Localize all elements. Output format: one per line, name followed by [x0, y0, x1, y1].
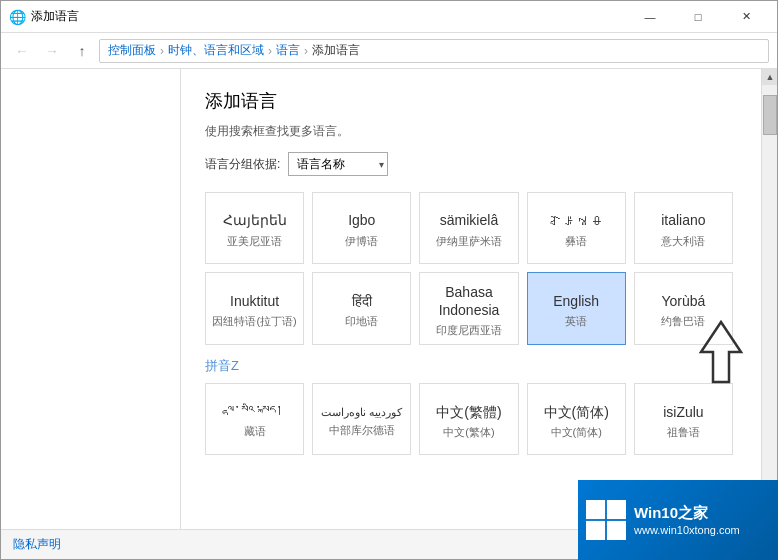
watermark-url: www.win10xtong.com [634, 523, 740, 538]
close-button[interactable]: ✕ [723, 1, 769, 33]
window: 🌐 添加语言 — □ ✕ ← → ↑ 控制面板 › 时钟、语言和区域 › 语言 … [0, 0, 778, 560]
lang-item-indonesian[interactable]: Bahasa Indonesia 印度尼西亚语 [419, 272, 518, 345]
scrollbar: ▲ ▼ [761, 69, 777, 529]
subtitle: 使用搜索框查找更多语言。 [205, 123, 737, 140]
page-title: 添加语言 [205, 89, 737, 113]
scroll-thumb-area [762, 85, 777, 513]
lang-item-chinese-simp[interactable]: 中文(简体) 中文(简体) [527, 383, 626, 455]
scroll-up-button[interactable]: ▲ [762, 69, 777, 85]
scroll-thumb[interactable] [763, 95, 777, 135]
maximize-button[interactable]: □ [675, 1, 721, 33]
svg-rect-4 [607, 521, 626, 540]
svg-rect-2 [607, 500, 626, 519]
lang-item-italian[interactable]: italiano 意大利语 [634, 192, 733, 264]
window-title: 添加语言 [31, 8, 79, 25]
lang-item-hindi[interactable]: हिंदी 印地语 [312, 272, 411, 345]
minimize-button[interactable]: — [627, 1, 673, 33]
svg-rect-3 [586, 521, 605, 540]
filter-label: 语言分组依据: [205, 156, 280, 173]
language-grid-row1: Հայերեն 亚美尼亚语 Igbo 伊博语 sämikielâ 伊纳里萨米语 … [205, 192, 733, 264]
lang-item-armenian[interactable]: Հայերեն 亚美尼亚语 [205, 192, 304, 264]
main-panel: 添加语言 使用搜索框查找更多语言。 语言分组依据: 语言名称 区域 脚本 Հայ… [181, 69, 761, 529]
lang-item-central-kurdish[interactable]: كوردییە ناوەراست 中部库尔德语 [312, 383, 411, 455]
lang-item-inari-sami[interactable]: sämikielâ 伊纳里萨米语 [419, 192, 518, 264]
nav-forward-button[interactable]: → [39, 38, 65, 64]
lang-item-english[interactable]: English 英语 [527, 272, 626, 345]
lang-item-yoruba[interactable]: Yorùbá 约鲁巴语 [634, 272, 733, 345]
lang-item-chinese-trad[interactable]: 中文(繁體) 中文(繁体) [419, 383, 518, 455]
nav-up-button[interactable]: ↑ [69, 38, 95, 64]
lang-item-igbo[interactable]: Igbo 伊博语 [312, 192, 411, 264]
lang-item-yi[interactable]: ꆈꌠꁱꂷ 彝语 [527, 192, 626, 264]
language-grid-row3: ལྷ་སའི་སྐད། 藏语 كوردییە ناوەراست 中部库尔德语 中… [205, 383, 733, 455]
breadcrumb-item-clock[interactable]: 时钟、语言和区域 [168, 42, 264, 59]
title-bar: 🌐 添加语言 — □ ✕ [1, 1, 777, 33]
content-area: 添加语言 使用搜索框查找更多语言。 语言分组依据: 语言名称 区域 脚本 Հայ… [1, 69, 777, 529]
lang-item-tibetan[interactable]: ལྷ་སའི་སྐད། 藏语 [205, 383, 304, 455]
svg-rect-1 [586, 500, 605, 519]
windows-logo [586, 500, 626, 540]
filter-select[interactable]: 语言名称 区域 脚本 [288, 152, 388, 176]
breadcrumb: 控制面板 › 时钟、语言和区域 › 语言 › 添加语言 [99, 39, 769, 63]
sidebar [1, 69, 181, 529]
title-bar-controls: — □ ✕ [627, 1, 769, 33]
address-bar: ← → ↑ 控制面板 › 时钟、语言和区域 › 语言 › 添加语言 [1, 33, 777, 69]
window-icon: 🌐 [9, 9, 25, 25]
lang-item-zulu[interactable]: isiZulu 祖鲁语 [634, 383, 733, 455]
lang-item-inuktitut[interactable]: Inuktitut 因纽特语(拉丁语) [205, 272, 304, 345]
filter-row: 语言分组依据: 语言名称 区域 脚本 [205, 152, 737, 176]
watermark: Win10之家 www.win10xtong.com [578, 480, 778, 560]
watermark-title: Win10之家 [634, 502, 740, 523]
breadcrumb-item-controlpanel[interactable]: 控制面板 [108, 42, 156, 59]
breadcrumb-item-addlang: 添加语言 [312, 42, 360, 59]
language-grid-row2: Inuktitut 因纽特语(拉丁语) हिंदी 印地语 Bahasa Ind… [205, 272, 733, 345]
privacy-link[interactable]: 隐私声明 [13, 536, 61, 553]
nav-back-button[interactable]: ← [9, 38, 35, 64]
filter-select-wrapper: 语言名称 区域 脚本 [288, 152, 388, 176]
breadcrumb-item-language[interactable]: 语言 [276, 42, 300, 59]
section-header-z: 拼音Z [205, 357, 737, 375]
watermark-text: Win10之家 www.win10xtong.com [634, 502, 740, 538]
